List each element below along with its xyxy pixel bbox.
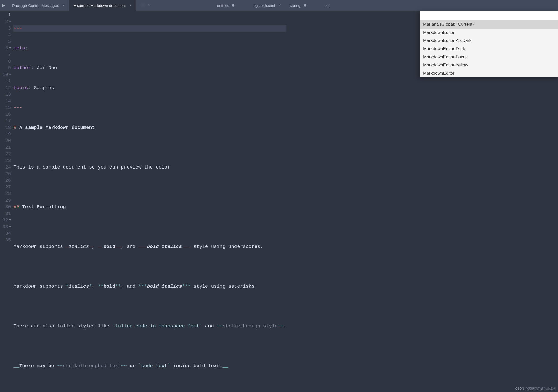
code-text: italics bbox=[69, 243, 89, 250]
code-text: --- bbox=[13, 104, 22, 111]
code-text: style using underscores. bbox=[191, 243, 263, 250]
tab-sample-markdown[interactable]: A sample Markdown document × bbox=[69, 0, 136, 11]
palette-option[interactable]: MarkdownEditor bbox=[420, 69, 558, 77]
close-icon[interactable]: × bbox=[147, 3, 151, 7]
code-text: _ bbox=[89, 243, 92, 250]
tab-logstash[interactable]: logstash.conf × bbox=[248, 0, 285, 11]
line-number: 5 bbox=[4, 39, 11, 44]
palette-option[interactable]: Mariana (Global) (Current) bbox=[420, 20, 558, 29]
line-number: 19 bbox=[4, 131, 11, 137]
line-number: 25 bbox=[4, 171, 11, 177]
tab-redacted[interactable]: 一 × bbox=[136, 0, 213, 11]
code-text: ~~ bbox=[121, 362, 127, 369]
palette-option[interactable]: MarkdownEditor-Focus bbox=[420, 53, 558, 61]
code-text: inline code in monospace font bbox=[115, 323, 199, 329]
line-number: 2 bbox=[1, 19, 8, 24]
palette-option[interactable]: MarkdownEditor bbox=[420, 29, 558, 37]
code-text: bold bbox=[104, 243, 115, 250]
code-text: Markdown supports bbox=[13, 283, 66, 290]
code-text: strikethroughed text bbox=[63, 362, 121, 369]
code-text: ~~ bbox=[278, 323, 284, 329]
code-text: or bbox=[127, 362, 138, 369]
close-icon[interactable]: × bbox=[129, 3, 133, 7]
line-number: 24 bbox=[4, 164, 11, 170]
line-number: 18 bbox=[4, 125, 11, 130]
line-number: 27 bbox=[4, 184, 11, 190]
line-number: 32 bbox=[1, 217, 8, 223]
fold-icon[interactable]: ▼ bbox=[9, 218, 11, 222]
code-text: , and bbox=[121, 243, 138, 250]
code-text: __ bbox=[222, 362, 228, 369]
line-number: 26 bbox=[4, 178, 11, 183]
tab-overflow[interactable]: zo bbox=[321, 0, 333, 11]
code-text: italics bbox=[69, 283, 89, 290]
code-text: *** bbox=[182, 283, 191, 290]
fold-icon[interactable]: ▼ bbox=[9, 20, 11, 23]
code-text: ` bbox=[112, 323, 115, 329]
code-text: ** bbox=[98, 283, 104, 290]
line-number: 12 bbox=[4, 85, 11, 91]
palette-option[interactable]: MarkdownEditor-Dark bbox=[420, 45, 558, 53]
close-icon[interactable]: × bbox=[278, 3, 282, 7]
code-text: A sample Markdown document bbox=[19, 124, 95, 131]
code-text: code text bbox=[141, 362, 168, 369]
tab-package-control[interactable]: Package Control Messages × bbox=[8, 0, 69, 11]
line-number: 17 bbox=[4, 118, 11, 124]
code-text: ** bbox=[115, 283, 121, 290]
code-text: __ bbox=[13, 362, 19, 369]
code-text: , bbox=[92, 243, 98, 250]
tab-spring[interactable]: spring: bbox=[285, 0, 321, 11]
tab-scroll-left[interactable]: ▶ bbox=[0, 0, 8, 11]
chevron-right-icon: ▶ bbox=[2, 3, 5, 8]
code-text: topic bbox=[13, 85, 28, 91]
command-palette: Mariana (Global) (Current)MarkdownEditor… bbox=[420, 11, 558, 77]
line-number: 1 bbox=[4, 12, 11, 18]
line-number: 8 bbox=[4, 59, 11, 64]
watermark: CSDN @落魄程序员在线炒粉 bbox=[515, 387, 555, 391]
code-text: , and bbox=[121, 283, 138, 290]
code-text: ___ bbox=[138, 243, 147, 250]
dirty-indicator-icon bbox=[232, 4, 234, 7]
line-number: 15 bbox=[4, 105, 11, 110]
code-text: # bbox=[13, 124, 16, 131]
tab-label: Package Control Messages bbox=[12, 3, 59, 8]
code-content[interactable]: --- meta: author: Jon Doe topic: Samples… bbox=[13, 11, 286, 392]
code-text: . bbox=[284, 323, 286, 329]
fold-icon[interactable]: ▼ bbox=[9, 225, 11, 229]
line-number: 21 bbox=[4, 145, 11, 150]
fold-icon[interactable]: ▼ bbox=[9, 46, 11, 50]
line-number: 16 bbox=[4, 111, 11, 117]
palette-input[interactable] bbox=[420, 11, 558, 20]
tab-untitled[interactable]: untitled bbox=[213, 0, 248, 11]
line-number: 31 bbox=[4, 211, 11, 216]
line-number: 9 bbox=[4, 65, 11, 71]
line-number: 3 bbox=[4, 25, 11, 31]
code-text: ___ bbox=[182, 243, 191, 250]
palette-option[interactable]: MarkdownEditor-ArcDark bbox=[420, 37, 558, 45]
code-text: --- bbox=[13, 25, 22, 32]
line-number: 14 bbox=[4, 98, 11, 104]
tab-label: logstash.conf bbox=[253, 3, 275, 8]
line-number: 13 bbox=[4, 92, 11, 97]
tab-label: A sample Markdown document bbox=[74, 3, 126, 8]
code-text: bold bbox=[104, 283, 115, 290]
line-number: 11 bbox=[4, 78, 11, 84]
tab-bar: ▶ Package Control Messages × A sample Ma… bbox=[0, 0, 558, 11]
code-text: bold italics bbox=[147, 243, 182, 250]
code-text: ` bbox=[168, 362, 170, 369]
gutter: 12▼3456▼78910▼11121314151617181920212223… bbox=[0, 11, 13, 392]
code-text: inside bold text. bbox=[170, 362, 222, 369]
code-text: __ bbox=[115, 243, 121, 250]
palette-option[interactable]: MarkdownEditor-Yellow bbox=[420, 61, 558, 69]
fold-icon[interactable]: ▼ bbox=[9, 73, 11, 76]
line-number: 35 bbox=[4, 237, 11, 243]
code-text: Samples bbox=[34, 85, 54, 91]
code-text: meta bbox=[13, 45, 25, 51]
code-text: *** bbox=[138, 283, 147, 290]
code-text: ~~ bbox=[57, 362, 63, 369]
code-text: Jon Doe bbox=[37, 65, 57, 71]
close-icon[interactable]: × bbox=[61, 3, 65, 7]
code-text: ~~ bbox=[217, 323, 222, 329]
code-text: There may be bbox=[19, 362, 57, 369]
code-text: , bbox=[92, 283, 98, 290]
